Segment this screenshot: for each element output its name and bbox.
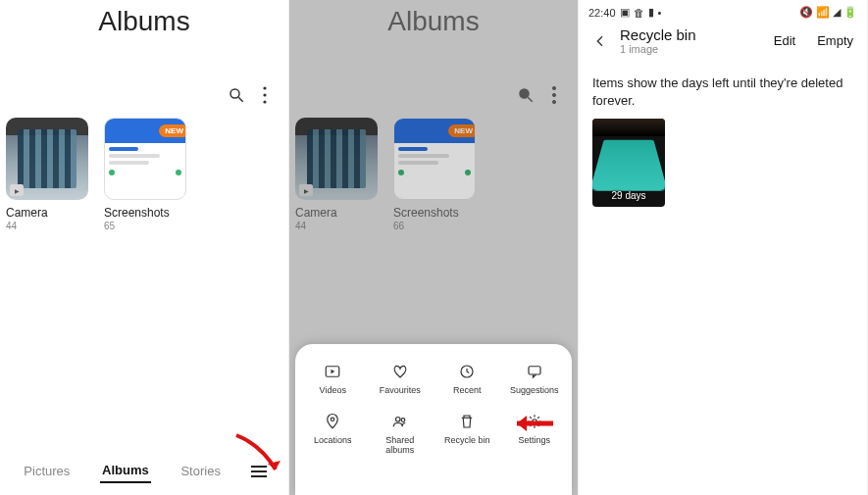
tab-pictures[interactable]: Pictures xyxy=(22,460,72,482)
svg-point-16 xyxy=(533,420,537,424)
people-icon xyxy=(390,412,410,431)
menu-shared-albums[interactable]: Shared albums xyxy=(369,412,432,456)
edit-button[interactable]: Edit xyxy=(774,33,795,48)
status-notif-icon: 🗑 xyxy=(634,7,644,19)
album-count: 44 xyxy=(6,221,88,231)
album-count: 66 xyxy=(393,221,476,231)
status-notif-icon: ▮ xyxy=(648,6,654,19)
svg-point-3 xyxy=(263,93,266,96)
album-count: 65 xyxy=(104,221,186,231)
album-name: Screenshots xyxy=(104,206,186,220)
empty-button[interactable]: Empty xyxy=(817,33,853,48)
recycle-bin-screen: 22:40 ▣ 🗑 ▮ • 🔇 📶 ◢ 🔋 Recycle bin 1 imag… xyxy=(579,0,868,495)
clock-icon xyxy=(457,362,477,381)
svg-point-14 xyxy=(395,418,400,422)
svg-point-4 xyxy=(263,100,266,103)
location-icon xyxy=(323,412,342,431)
svg-point-7 xyxy=(552,86,555,89)
album-thumbnail xyxy=(6,118,88,200)
status-bar: 22:40 ▣ 🗑 ▮ • 🔇 📶 ◢ 🔋 xyxy=(579,0,867,21)
album-name: Camera xyxy=(295,206,378,220)
menu-favourites[interactable]: Favourites xyxy=(369,362,432,396)
album-name: Camera xyxy=(6,206,88,220)
album-grid: Camera 44 NEW Screenshots 66 xyxy=(289,118,578,231)
chat-icon xyxy=(525,362,544,381)
svg-point-8 xyxy=(552,93,555,96)
wifi-icon: 📶 xyxy=(816,6,830,19)
search-icon[interactable] xyxy=(517,86,535,104)
screen-title: Albums xyxy=(289,0,578,86)
svg-point-5 xyxy=(520,89,529,98)
back-icon[interactable] xyxy=(592,33,610,49)
page-title: Recycle bin xyxy=(620,26,752,43)
svg-point-2 xyxy=(263,86,266,89)
album-thumbnail xyxy=(295,118,378,200)
search-icon[interactable] xyxy=(228,86,245,104)
svg-point-13 xyxy=(332,418,334,421)
svg-line-6 xyxy=(528,97,533,102)
svg-point-9 xyxy=(552,100,555,103)
albums-screen: Albums Camera 44 NEW xyxy=(0,0,289,495)
svg-rect-12 xyxy=(529,367,540,374)
svg-point-15 xyxy=(401,419,405,422)
menu-recent[interactable]: Recent xyxy=(435,362,498,396)
more-icon[interactable] xyxy=(552,86,556,104)
heart-icon xyxy=(390,362,410,381)
album-thumbnail: NEW xyxy=(104,118,186,200)
gear-icon xyxy=(525,412,544,431)
new-badge: NEW xyxy=(448,124,476,137)
video-badge-icon xyxy=(299,184,313,196)
menu-recycle-bin[interactable]: Recycle bin xyxy=(435,412,498,456)
status-time: 22:40 xyxy=(588,7,616,19)
bottom-tabs: Pictures Albums Stories xyxy=(0,459,288,483)
video-badge-icon xyxy=(10,184,24,196)
svg-point-0 xyxy=(230,89,239,98)
more-icon[interactable] xyxy=(263,86,267,104)
signal-icon: ◢ xyxy=(833,6,841,19)
menu-suggestions[interactable]: Suggestions xyxy=(503,362,566,396)
status-notif-icon: ▣ xyxy=(620,6,630,19)
new-badge: NEW xyxy=(159,124,186,137)
menu-videos[interactable]: Videos xyxy=(301,362,364,396)
days-left-label: 29 days xyxy=(592,190,665,201)
album-screenshots[interactable]: NEW Screenshots 66 xyxy=(393,118,476,231)
album-count: 44 xyxy=(295,221,378,231)
menu-settings[interactable]: Settings xyxy=(503,412,566,456)
play-box-icon xyxy=(323,362,342,381)
bottom-sheet-menu: Videos Favourites Recent Suggestions xyxy=(295,344,572,495)
info-message: Items show the days left until they're d… xyxy=(579,61,867,119)
battery-icon: 🔋 xyxy=(843,6,857,19)
album-camera[interactable]: Camera 44 xyxy=(6,118,88,231)
toolbar xyxy=(289,86,578,118)
tab-stories[interactable]: Stories xyxy=(179,460,222,482)
status-notif-dot: • xyxy=(658,7,662,19)
tab-albums[interactable]: Albums xyxy=(100,459,151,483)
svg-line-1 xyxy=(238,97,243,102)
mute-icon: 🔇 xyxy=(799,6,813,19)
menu-locations[interactable]: Locations xyxy=(301,412,364,456)
trash-icon xyxy=(457,412,477,431)
header: Recycle bin 1 image Edit Empty xyxy=(579,21,867,61)
albums-screen-menu-open: Albums Camera 44 NEW xyxy=(289,0,579,495)
album-name: Screenshots xyxy=(393,206,476,220)
album-thumbnail: NEW xyxy=(393,118,476,200)
hamburger-icon[interactable] xyxy=(251,466,267,477)
album-camera[interactable]: Camera 44 xyxy=(295,118,378,231)
toolbar xyxy=(0,86,288,118)
deleted-item-thumbnail[interactable]: 29 days xyxy=(592,119,665,207)
album-grid: Camera 44 NEW Screenshots 65 xyxy=(0,118,288,231)
page-subtitle: 1 image xyxy=(620,43,752,55)
screen-title: Albums xyxy=(0,0,288,86)
album-screenshots[interactable]: NEW Screenshots 65 xyxy=(104,118,186,231)
